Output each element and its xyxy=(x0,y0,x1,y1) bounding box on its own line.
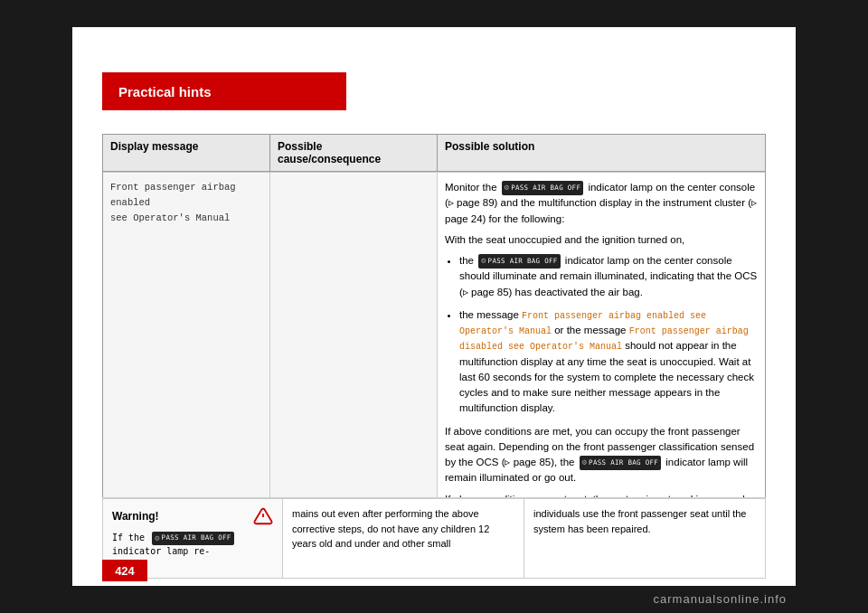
badge-pass-airbag-2: ⚙PASS AIR BAG OFF xyxy=(478,254,560,269)
warning-title: Warning! xyxy=(112,510,159,523)
bullet-1: the ⚙PASS AIR BAG OFF indicator lamp on … xyxy=(459,253,758,300)
cell-cause xyxy=(270,172,438,551)
warning-text-2: mains out even after performing the abov… xyxy=(292,508,489,549)
warning-text-box-2: mains out even after performing the abov… xyxy=(283,498,524,579)
bullet-2: the message Front passenger airbag enabl… xyxy=(459,307,758,417)
watermark: carmanualsonline.info xyxy=(654,592,787,606)
cell-display-message: Front passenger airbagenabledsee Operato… xyxy=(103,172,270,551)
main-content: Display message Possiblecause/consequenc… xyxy=(102,134,766,514)
badge-pass-airbag-1: ⚙PASS AIR BAG OFF xyxy=(502,181,583,195)
page-number-badge: 424 xyxy=(102,560,147,581)
warning-content: If the ⚙PASS AIR BAG OFF indicator lamp … xyxy=(112,532,273,558)
warning-area: Warning! If the ⚙PASS AIR BAG OFF indica… xyxy=(102,497,766,579)
data-table: Display message Possiblecause/consequenc… xyxy=(102,134,766,552)
cell-solution: Monitor the ⚙PASS AIR BAG OFF indicator … xyxy=(438,172,765,551)
solution-para3: If above conditions are met, you can occ… xyxy=(445,424,758,486)
solution-seat-text: With the seat unoccupied and the ignitio… xyxy=(445,232,758,248)
warning-triangle-icon xyxy=(253,506,273,526)
warning-text-box-3: individuals use the front passenger seat… xyxy=(524,498,766,579)
header-bar: Practical hints xyxy=(102,72,346,110)
col-header-solution: Possible solution xyxy=(438,135,765,171)
badge-pass-airbag-3: ⚙PASS AIR BAG OFF xyxy=(580,456,661,470)
table-header-row: Display message Possiblecause/consequenc… xyxy=(103,135,765,172)
solution-bullets: the ⚙PASS AIR BAG OFF indicator lamp on … xyxy=(459,253,758,417)
solution-intro: Monitor the ⚙PASS AIR BAG OFF indicator … xyxy=(445,180,758,227)
col-header-display: Display message xyxy=(103,135,270,171)
display-message-text: Front passenger airbagenabledsee Operato… xyxy=(110,182,236,223)
warning-header: Warning! xyxy=(112,506,273,526)
col-header-cause: Possiblecause/consequence xyxy=(270,135,438,171)
warning-text-3: individuals use the front passenger seat… xyxy=(533,508,746,534)
badge-warning: ⚙PASS AIR BAG OFF xyxy=(152,532,233,545)
table-body: Front passenger airbagenabledsee Operato… xyxy=(103,172,765,551)
page-title: Practical hints xyxy=(118,84,212,99)
page-number-text: 424 xyxy=(115,564,135,578)
